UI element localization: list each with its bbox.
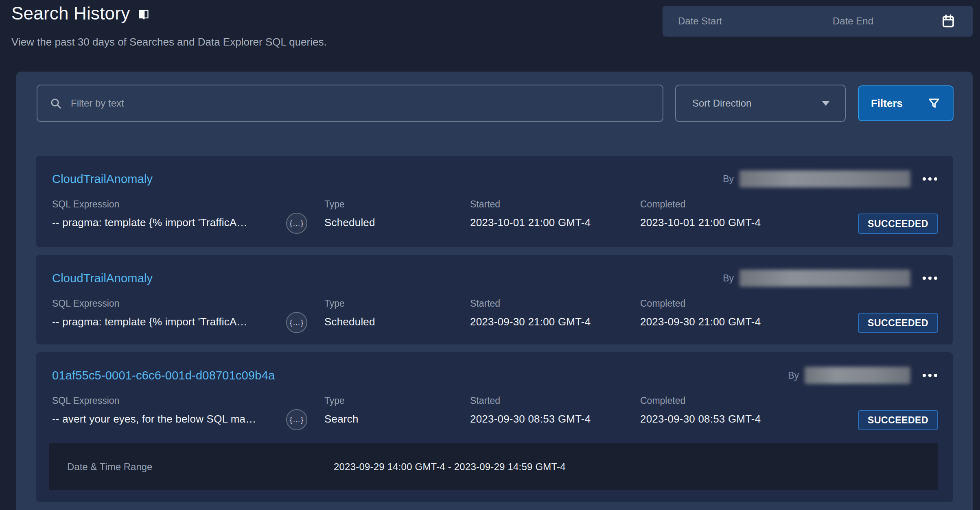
- chevron-down-icon: [822, 101, 829, 106]
- completed-label: Completed: [640, 395, 938, 406]
- book-icon[interactable]: [138, 9, 149, 20]
- search-history-list: CloudTrailAnomaly By SQL Expression -- p…: [36, 156, 953, 502]
- type-value: Search: [324, 413, 470, 425]
- code-expression-icon[interactable]: {…}: [286, 312, 307, 333]
- search-history-card: 01af55c5-0001-c6c6-001d-d08701c09b4a By …: [36, 352, 953, 502]
- sql-expression-value: -- pragma: template {% import 'TrafficA…: [52, 316, 274, 328]
- date-time-range-value: 2023-09-29 14:00 GMT-4 - 2023-09-29 14:5…: [334, 461, 566, 473]
- search-history-card: CloudTrailAnomaly By SQL Expression -- p…: [36, 156, 953, 247]
- completed-label: Completed: [640, 298, 938, 309]
- type-label: Type: [324, 199, 470, 210]
- started-value: 2023-10-01 21:00 GMT-4: [470, 216, 640, 229]
- redacted-user: [739, 270, 910, 287]
- sql-expression-label: SQL Expression: [52, 199, 324, 210]
- search-input[interactable]: [62, 85, 663, 121]
- by-label: By: [723, 273, 734, 284]
- sql-expression-label: SQL Expression: [52, 395, 324, 406]
- filters-button-label: Filters: [859, 86, 915, 120]
- redacted-user: [805, 367, 910, 384]
- page-header: Search History View the past 30 days of …: [11, 3, 327, 48]
- search-history-panel: Sort Direction Filters CloudTrailAnomaly…: [16, 72, 973, 510]
- page-subtitle: View the past 30 days of Searches and Da…: [11, 36, 327, 48]
- by-label: By: [723, 174, 734, 185]
- started-label: Started: [470, 298, 640, 309]
- type-label: Type: [324, 395, 470, 406]
- search-icon: [50, 97, 62, 109]
- sql-expression-value: -- pragma: template {% import 'TrafficA…: [52, 216, 274, 229]
- status-badge: SUCCEEDED: [858, 313, 938, 333]
- type-value: Scheduled: [324, 216, 470, 229]
- started-label: Started: [470, 395, 640, 406]
- ellipsis-menu-icon[interactable]: [922, 175, 938, 183]
- search-title-link[interactable]: CloudTrailAnomaly: [52, 272, 153, 285]
- calendar-icon[interactable]: [942, 14, 955, 28]
- ellipsis-menu-icon[interactable]: [922, 274, 938, 282]
- status-badge: SUCCEEDED: [858, 410, 938, 430]
- started-value: 2023-09-30 08:53 GMT-4: [470, 413, 640, 425]
- funnel-icon: [915, 86, 953, 120]
- page-title: Search History: [11, 3, 130, 24]
- sql-expression-label: SQL Expression: [52, 298, 324, 309]
- started-value: 2023-09-30 21:00 GMT-4: [470, 316, 640, 328]
- text-filter-box: [37, 85, 663, 122]
- type-value: Scheduled: [324, 316, 470, 328]
- type-label: Type: [324, 298, 470, 309]
- search-title-link[interactable]: CloudTrailAnomaly: [52, 172, 153, 186]
- code-expression-icon[interactable]: {…}: [286, 213, 307, 234]
- status-badge: SUCCEEDED: [858, 214, 938, 234]
- filter-divider: [16, 137, 973, 137]
- date-start-field[interactable]: Date Start: [678, 15, 833, 27]
- redacted-user: [739, 170, 910, 187]
- filters-button[interactable]: Filters: [858, 85, 954, 121]
- sort-direction-select[interactable]: Sort Direction: [675, 85, 846, 122]
- ellipsis-menu-icon[interactable]: [922, 371, 938, 379]
- by-label: By: [788, 370, 799, 381]
- search-title-link[interactable]: 01af55c5-0001-c6c6-001d-d08701c09b4a: [52, 369, 275, 382]
- completed-label: Completed: [640, 199, 938, 210]
- date-range-picker[interactable]: Date Start Date End: [663, 6, 973, 37]
- date-end-field[interactable]: Date End: [833, 15, 942, 27]
- date-time-range-row: Date & Time Range 2023-09-29 14:00 GMT-4…: [49, 443, 938, 490]
- sql-expression-value: -- avert your eyes, for the below SQL ma…: [52, 413, 274, 425]
- search-history-card: CloudTrailAnomaly By SQL Expression -- p…: [36, 255, 953, 344]
- date-time-range-label: Date & Time Range: [67, 461, 334, 473]
- code-expression-icon[interactable]: {…}: [286, 409, 307, 430]
- sort-direction-value: Sort Direction: [692, 98, 822, 109]
- started-label: Started: [470, 199, 640, 210]
